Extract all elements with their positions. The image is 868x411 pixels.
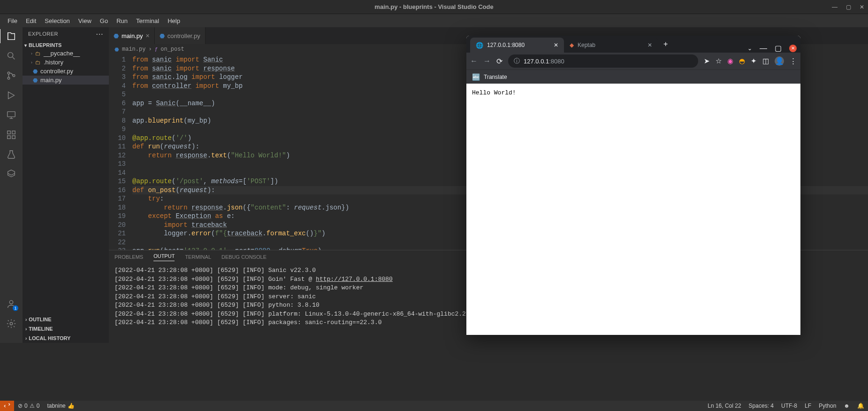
back-icon[interactable]: ← — [470, 57, 478, 65]
browser-minimize-icon[interactable]: — — [760, 44, 767, 53]
folder-icon: 🗀 — [35, 59, 41, 66]
tree-file-controller[interactable]: ⬣ controller.py — [23, 67, 109, 76]
browser-maximize-icon[interactable]: ▢ — [775, 44, 782, 53]
tree-label: controller.py — [40, 68, 73, 75]
search-icon[interactable] — [6, 51, 16, 61]
remote-indicator[interactable] — [0, 401, 14, 411]
status-tabnine[interactable]: tabnine👍 — [43, 403, 78, 409]
panel-tab-problems[interactable]: PROBLEMS — [114, 254, 143, 260]
close-icon[interactable]: ✕ — [554, 42, 558, 48]
reload-icon[interactable]: ⟳ — [496, 57, 503, 66]
tree-folder-history[interactable]: › 🗀 .history — [23, 58, 109, 67]
tab-label: main.py — [122, 32, 143, 39]
chevron-right-icon: › — [25, 317, 27, 322]
menu-view[interactable]: View — [75, 16, 95, 26]
profile-avatar-icon[interactable]: 👤 — [775, 56, 784, 66]
menu-selection[interactable]: Selection — [41, 16, 73, 26]
explorer-icon[interactable] — [6, 31, 16, 41]
svg-rect-5 — [8, 131, 10, 134]
menu-edit[interactable]: Edit — [22, 16, 40, 26]
explorer-title: EXPLORER — [28, 31, 58, 37]
extensions-icon[interactable] — [6, 130, 16, 140]
account-badge: 1 — [13, 305, 18, 311]
menu-help[interactable]: Help — [164, 16, 184, 26]
tab-controller[interactable]: ⬣ controller.py — [155, 27, 206, 44]
chevron-right-icon: › — [25, 336, 27, 341]
database-icon[interactable] — [6, 169, 16, 179]
window-title: main.py - blueprints - Visual Studio Cod… — [374, 3, 493, 10]
extension-icon-1[interactable]: ◉ — [727, 57, 733, 65]
bookmark-translate[interactable]: Translate — [484, 74, 507, 80]
tree-folder-pycache[interactable]: › 🗀 __pycache__ — [23, 49, 109, 58]
explorer-more-icon[interactable]: ⋯ — [96, 30, 104, 39]
panel-tab-terminal[interactable]: TERMINAL — [185, 254, 211, 260]
python-file-icon: ⬣ — [114, 47, 119, 53]
new-tab-button[interactable]: + — [658, 40, 673, 48]
close-icon[interactable]: ✕ — [647, 42, 652, 48]
panel-tab-output[interactable]: OUTPUT — [153, 253, 175, 261]
project-root[interactable]: ▾ BLUEPRINTS — [23, 41, 109, 49]
tree-file-main[interactable]: ⬣ main.py — [23, 76, 109, 85]
address-bar[interactable]: ⓘ 127.0.0.1:8080 — [508, 54, 698, 68]
tree-label: __pycache__ — [44, 50, 80, 57]
site-info-icon[interactable]: ⓘ — [514, 57, 520, 65]
status-bell-icon[interactable]: 🔔 — [853, 403, 868, 409]
settings-gear-icon[interactable] — [6, 318, 16, 329]
status-encoding[interactable]: UTF-8 — [777, 403, 801, 409]
breadcrumb-symbol: on_post — [160, 46, 184, 53]
sidepanel-icon[interactable]: ◫ — [762, 57, 769, 65]
svg-rect-6 — [12, 131, 15, 134]
tab-main[interactable]: ⬣ main.py × — [109, 27, 155, 44]
url-host: 127.0.0.1 — [524, 58, 549, 65]
menu-go[interactable]: Go — [96, 16, 112, 26]
local-history-section[interactable]: ›LOCAL HISTORY — [23, 333, 109, 343]
bookmark-star-icon[interactable]: ☆ — [716, 57, 722, 65]
extensions-puzzle-icon[interactable]: ✦ — [751, 57, 757, 65]
chevron-right-icon: › — [148, 46, 152, 53]
timeline-section[interactable]: ›TIMELINE — [23, 324, 109, 333]
python-file-icon: ⬣ — [160, 32, 165, 39]
menu-terminal[interactable]: Terminal — [132, 16, 163, 26]
close-icon[interactable]: × — [146, 32, 150, 39]
forward-icon[interactable]: → — [483, 57, 491, 65]
status-cursor[interactable]: Ln 16, Col 22 — [704, 403, 745, 409]
svg-point-10 — [10, 322, 13, 325]
chevron-down-icon[interactable]: ⌄ — [747, 45, 752, 52]
panel-tab-debug[interactable]: DEBUG CONSOLE — [221, 254, 266, 260]
svg-point-2 — [8, 77, 10, 79]
os-close-icon[interactable]: ✕ — [860, 4, 864, 10]
status-errors[interactable]: ⊘0⚠0 — [14, 403, 43, 409]
browser-tab-keptab[interactable]: ◆ Keptab ✕ — [564, 38, 658, 53]
scm-icon[interactable] — [6, 70, 16, 81]
python-file-icon: ⬣ — [33, 68, 38, 75]
extension-icon-2[interactable]: ◓ — [739, 57, 745, 65]
outline-section[interactable]: ›OUTLINE — [23, 315, 109, 324]
status-spaces[interactable]: Spaces: 4 — [745, 403, 777, 409]
account-icon[interactable]: 1 — [6, 299, 16, 309]
status-eol[interactable]: LF — [801, 403, 815, 409]
symbol-method-icon: ƒ — [155, 47, 158, 52]
line-gutter: 1234567891011121314151617181920212223 — [109, 54, 132, 250]
globe-icon: 🌐 — [476, 42, 483, 49]
browser-tab-active[interactable]: 🌐 127.0.0.1:8080 ✕ — [470, 38, 564, 53]
browser-viewport: Hello World! — [466, 84, 800, 335]
chevron-right-icon: › — [31, 60, 32, 65]
folder-icon: 🗀 — [35, 50, 41, 57]
tab-label: controller.py — [168, 32, 200, 39]
browser-menu-icon[interactable]: ⋮ — [790, 57, 797, 65]
status-lang[interactable]: Python — [815, 403, 840, 409]
testing-icon[interactable] — [6, 149, 16, 160]
os-minimize-icon[interactable]: — — [832, 4, 838, 10]
menu-run[interactable]: Run — [113, 16, 131, 26]
project-root-label: BLUEPRINTS — [29, 42, 61, 48]
remote-explorer-icon[interactable] — [6, 110, 16, 120]
os-titlebar: main.py - blueprints - Visual Studio Cod… — [0, 0, 868, 14]
status-feedback-icon[interactable]: ☻ — [840, 403, 853, 409]
menu-file[interactable]: File — [4, 16, 21, 26]
browser-tabstrip: 🌐 127.0.0.1:8080 ✕ ◆ Keptab ✕ + ⌄ — ▢ ✕ — [466, 36, 800, 53]
os-maximize-icon[interactable]: ▢ — [846, 4, 851, 10]
browser-close-icon[interactable]: ✕ — [789, 45, 797, 52]
run-debug-icon[interactable] — [6, 90, 16, 101]
send-icon[interactable]: ➤ — [704, 57, 710, 65]
browser-tab-label: Keptab — [578, 42, 595, 48]
